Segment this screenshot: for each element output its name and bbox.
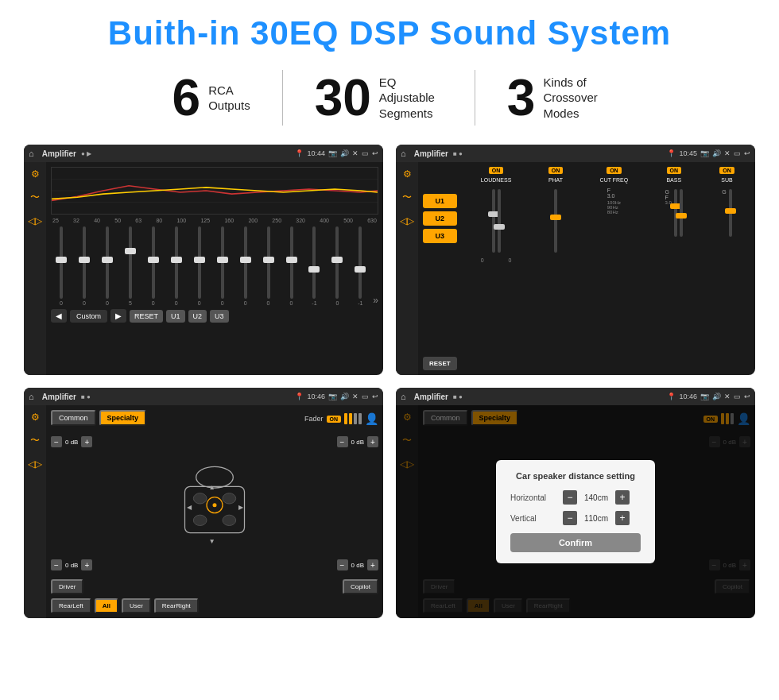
stat-number-eq: 30 <box>315 72 371 123</box>
eq-u1-btn[interactable]: U1 <box>166 310 185 323</box>
vol-icon-4: 🔊 <box>712 393 721 400</box>
back-icon-4[interactable]: ↩ <box>744 393 750 400</box>
location-icon-3: 📍 <box>295 393 304 400</box>
svg-text:▶: ▶ <box>238 502 244 510</box>
cutfreq-on[interactable]: ON <box>607 167 622 174</box>
bass-on[interactable]: ON <box>667 167 682 174</box>
vertical-plus[interactable]: + <box>615 511 630 525</box>
slider-13[interactable]: 0 <box>327 226 347 306</box>
rearright-btn[interactable]: RearRight <box>154 598 199 613</box>
vertical-stepper[interactable]: − 110cm + <box>563 511 630 525</box>
speaker-wave-icon[interactable]: 〜 <box>30 434 40 447</box>
back-icon-2[interactable]: ↩ <box>744 149 750 157</box>
speaker-topbar-title: Amplifier <box>42 393 76 401</box>
eq-reset-btn[interactable]: RESET <box>130 310 163 323</box>
svg-point-8 <box>223 493 236 503</box>
crossover-speaker-icon[interactable]: ◁▷ <box>400 215 414 226</box>
slider-10[interactable]: 0 <box>258 226 279 306</box>
eq-sliders[interactable]: 0 0 0 5 <box>51 226 378 306</box>
slider-9[interactable]: 0 <box>235 226 256 306</box>
vol-tl-plus[interactable]: + <box>81 436 92 447</box>
vertical-minus[interactable]: − <box>563 511 577 525</box>
slider-5[interactable]: 0 <box>143 226 164 306</box>
slider-12[interactable]: -1 <box>304 226 324 306</box>
all-btn[interactable]: All <box>95 598 118 613</box>
eq-u2-btn[interactable]: U2 <box>188 310 207 323</box>
eq-speaker-icon[interactable]: ◁▷ <box>28 215 42 226</box>
home-icon-4[interactable]: ⌂ <box>401 392 406 401</box>
slider-4[interactable]: 5 <box>120 226 141 306</box>
eq-wave-icon[interactable]: 〜 <box>30 191 40 204</box>
vol-bl: − 0 dB + <box>51 559 92 570</box>
vol-tr: − 0 dB + <box>337 436 378 447</box>
copilot-btn[interactable]: Copilot <box>343 579 378 594</box>
svg-rect-4 <box>185 486 245 532</box>
u2-button[interactable]: U2 <box>423 211 457 226</box>
slider-1[interactable]: 0 <box>51 226 72 306</box>
expand-icon[interactable]: » <box>373 295 378 306</box>
home-icon-2[interactable]: ⌂ <box>401 149 406 158</box>
phat-on[interactable]: ON <box>548 167 564 174</box>
sub-col: ON SUB G <box>719 167 734 263</box>
eq-next-btn[interactable]: ▶ <box>110 309 126 323</box>
u3-button[interactable]: U3 <box>423 229 457 243</box>
slider-14[interactable]: -1 <box>350 226 370 306</box>
slider-6[interactable]: 0 <box>166 226 187 306</box>
home-icon[interactable]: ⌂ <box>29 149 34 158</box>
horizontal-plus[interactable]: + <box>615 490 630 505</box>
eq-u3-btn[interactable]: U3 <box>210 310 229 323</box>
avatar-icon[interactable]: 👤 <box>365 412 378 425</box>
back-icon[interactable]: ↩ <box>372 149 378 157</box>
vol-tl-minus[interactable]: − <box>51 436 62 447</box>
loudness-on[interactable]: ON <box>489 167 504 174</box>
slider-8[interactable]: 0 <box>212 226 233 306</box>
phat-col: ON PHAT <box>548 167 564 263</box>
dialog-title: Car speaker distance setting <box>510 471 641 481</box>
eq-graph <box>51 167 378 215</box>
vol-bl-minus[interactable]: − <box>51 559 62 570</box>
sub-on[interactable]: ON <box>719 167 734 174</box>
crossover-filter-icon[interactable]: ⚙ <box>403 168 412 180</box>
sub-label: SUB <box>721 177 732 183</box>
fader-on-badge[interactable]: ON <box>327 416 342 423</box>
home-icon-3[interactable]: ⌂ <box>29 392 34 401</box>
u1-button[interactable]: U1 <box>423 194 457 208</box>
common-tab[interactable]: Common <box>51 410 96 426</box>
eq-dot-icon: ● ▶ <box>81 150 91 157</box>
eq-filter-icon[interactable]: ⚙ <box>31 168 40 180</box>
vol-tr-plus[interactable]: + <box>367 436 378 447</box>
speaker-topbar: ⌂ Amplifier ■ ● 📍 10:46 📷 🔊 ✕ ▭ ↩ <box>24 388 383 405</box>
vol-br-plus[interactable]: + <box>367 559 378 570</box>
vol-br-minus[interactable]: − <box>337 559 348 570</box>
slider-7[interactable]: 0 <box>189 226 210 306</box>
svg-text:▲: ▲ <box>209 482 215 490</box>
horizontal-stepper[interactable]: − 140cm + <box>563 490 630 505</box>
horizontal-minus[interactable]: − <box>563 490 577 505</box>
vol-icon-2: 🔊 <box>712 149 721 157</box>
slider-2[interactable]: 0 <box>74 226 95 306</box>
user-btn[interactable]: User <box>122 598 151 613</box>
eq-prev-btn[interactable]: ◀ <box>51 309 67 323</box>
crossover-wave-icon[interactable]: 〜 <box>402 191 412 204</box>
vol-bl-plus[interactable]: + <box>81 559 92 570</box>
svg-point-10 <box>223 515 236 525</box>
reset-button[interactable]: RESET <box>423 357 457 370</box>
time-display: 10:44 <box>307 149 325 157</box>
speaker-filter-icon[interactable]: ⚙ <box>31 412 40 423</box>
slider-11[interactable]: 0 <box>281 226 302 306</box>
speaker-speaker-icon[interactable]: ◁▷ <box>28 458 42 470</box>
speaker-screen-card: ⌂ Amplifier ■ ● 📍 10:46 📷 🔊 ✕ ▭ ↩ ⚙ 〜 ◁▷ <box>24 388 383 618</box>
slider-3[interactable]: 0 <box>97 226 118 306</box>
stats-row: 6 RCAOutputs 30 EQ AdjustableSegments 3 … <box>24 70 755 126</box>
driver-btn[interactable]: Driver <box>51 579 83 594</box>
svg-point-7 <box>193 493 207 503</box>
specialty-tab[interactable]: Specialty <box>99 410 147 426</box>
vol-tr-minus[interactable]: − <box>337 436 348 447</box>
back-icon-3[interactable]: ↩ <box>372 393 378 400</box>
rearleft-btn[interactable]: RearLeft <box>51 598 91 613</box>
fader-bar-3 <box>354 413 357 424</box>
stat-label-eq: EQ AdjustableSegments <box>379 75 443 122</box>
dialog-topbar-icons: 📍 10:46 📷 🔊 ✕ ▭ ↩ <box>667 393 750 400</box>
confirm-button[interactable]: Confirm <box>510 533 641 552</box>
crossover-cols-wrapper: ON LOUDNESS <box>465 167 750 370</box>
